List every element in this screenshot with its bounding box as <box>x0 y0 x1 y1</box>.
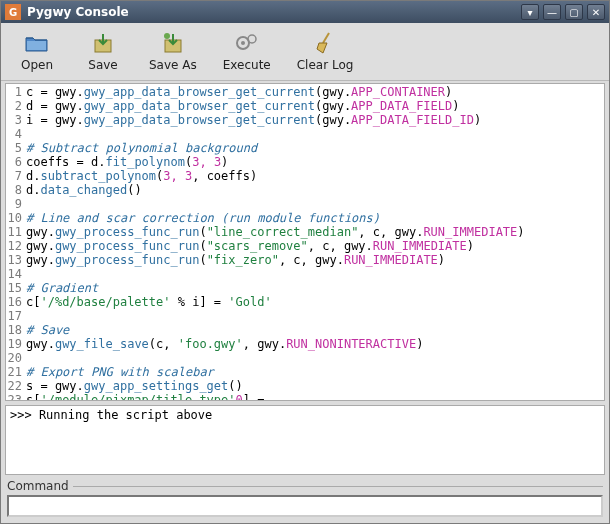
command-label: Command <box>7 479 69 493</box>
execute-label: Execute <box>223 58 271 72</box>
maximize-button[interactable]: ▢ <box>565 4 583 20</box>
command-section: Command <box>1 477 609 523</box>
code-line: 17 <box>6 309 604 323</box>
code-line: 23s['/module/pixmap/title type'0] = <box>6 393 604 401</box>
code-line: 10# Line and scar correction (run module… <box>6 211 604 225</box>
code-line: 19gwy.gwy_file_save(c, 'foo.gwy', gwy.RU… <box>6 337 604 351</box>
clearlog-label: Clear Log <box>297 58 354 72</box>
code-editor[interactable]: 1c = gwy.gwy_app_data_browser_get_curren… <box>5 83 605 401</box>
command-input[interactable] <box>7 495 603 517</box>
close-button[interactable]: ✕ <box>587 4 605 20</box>
svg-point-5 <box>241 41 245 45</box>
output-text: >>> Running the script above <box>10 408 212 422</box>
code-line: 7d.subtract_polynom(3, 3, coeffs) <box>6 169 604 183</box>
save-icon <box>89 31 117 55</box>
output-log[interactable]: >>> Running the script above <box>5 405 605 475</box>
minimize-button[interactable]: — <box>543 4 561 20</box>
window-title: Pygwy Console <box>27 5 521 19</box>
divider <box>73 486 603 487</box>
saveas-icon <box>159 31 187 55</box>
execute-button[interactable]: Execute <box>219 29 275 74</box>
code-line: 11gwy.gwy_process_func_run("line_correct… <box>6 225 604 239</box>
toolbar: Open Save Save As Execute Clear Log <box>1 23 609 81</box>
rollup-button[interactable]: ▾ <box>521 4 539 20</box>
code-line: 21# Export PNG with scalebar <box>6 365 604 379</box>
code-line: 16c['/%d/base/palette' % i] = 'Gold' <box>6 295 604 309</box>
save-button[interactable]: Save <box>79 29 127 74</box>
app-icon: G <box>5 4 21 20</box>
code-line: 3i = gwy.gwy_app_data_browser_get_curren… <box>6 113 604 127</box>
code-line: 1c = gwy.gwy_app_data_browser_get_curren… <box>6 85 604 99</box>
code-line: 13gwy.gwy_process_func_run("fix_zero", c… <box>6 253 604 267</box>
code-line: 22s = gwy.gwy_app_settings_get() <box>6 379 604 393</box>
code-line: 20 <box>6 351 604 365</box>
gears-icon <box>233 31 261 55</box>
svg-rect-0 <box>27 41 46 50</box>
titlebar[interactable]: G Pygwy Console ▾ — ▢ ✕ <box>1 1 609 23</box>
code-line: 12gwy.gwy_process_func_run("scars_remove… <box>6 239 604 253</box>
code-line: 9 <box>6 197 604 211</box>
broom-icon <box>311 31 339 55</box>
code-line: 15# Gradient <box>6 281 604 295</box>
code-line: 6coeffs = d.fit_polynom(3, 3) <box>6 155 604 169</box>
code-line: 8d.data_changed() <box>6 183 604 197</box>
code-line: 5# Subtract polynomial background <box>6 141 604 155</box>
open-label: Open <box>21 58 53 72</box>
saveas-label: Save As <box>149 58 197 72</box>
main-window: G Pygwy Console ▾ — ▢ ✕ Open Save Save A… <box>0 0 610 524</box>
code-line: 2d = gwy.gwy_app_data_browser_get_curren… <box>6 99 604 113</box>
svg-point-3 <box>164 33 170 39</box>
saveas-button[interactable]: Save As <box>145 29 201 74</box>
code-line: 18# Save <box>6 323 604 337</box>
code-line: 14 <box>6 267 604 281</box>
open-button[interactable]: Open <box>13 29 61 74</box>
svg-point-6 <box>248 35 256 43</box>
clearlog-button[interactable]: Clear Log <box>293 29 358 74</box>
save-label: Save <box>88 58 117 72</box>
code-line: 4 <box>6 127 604 141</box>
folder-open-icon <box>23 31 51 55</box>
